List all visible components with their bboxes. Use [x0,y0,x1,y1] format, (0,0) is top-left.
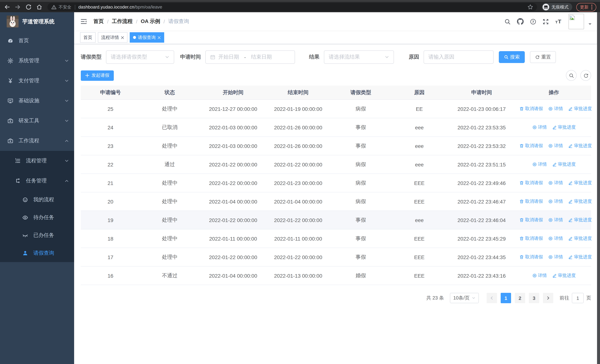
start-date-input[interactable]: 开始日期 [218,54,239,60]
cancel-leave-link[interactable]: 取消请假 [519,254,543,260]
close-icon[interactable] [121,36,124,39]
url-host: dashboard.yudao.iocoder.cn [78,4,134,10]
reason-input[interactable]: 请输入原因 [424,50,494,64]
fullscreen-icon[interactable] [543,18,549,25]
detail-link[interactable]: 详情 [532,272,547,279]
detail-link[interactable]: 详情 [532,161,547,167]
close-icon[interactable] [158,36,161,39]
result-select[interactable]: 请选择流结果 [324,50,394,64]
apply-time-range-picker[interactable]: 开始日期 - 结束日期 [205,50,295,64]
end-date-input[interactable]: 结束日期 [251,54,272,60]
page-button[interactable]: 2 [515,293,525,303]
toggle-search-button[interactable] [566,70,577,81]
approval-progress-link[interactable]: 审批进度 [552,272,576,279]
browser-home-icon[interactable] [36,4,43,10]
reset-button[interactable]: 重置 [530,51,556,63]
page-size-select[interactable]: 10条/页 [450,293,479,303]
sidebar-item[interactable]: 待办任务 [0,209,74,226]
tree-icon [15,178,21,184]
table-cell: 2021-12-27 00:00:00 [199,100,267,118]
sidebar-item[interactable]: 基础设施 [0,91,74,111]
approval-progress-link[interactable]: 审批进度 [568,198,592,205]
tab-active[interactable]: 请假查询 [130,32,164,43]
cancel-leave-link[interactable]: 取消请假 [519,198,543,205]
breadcrumb-item: 请假查询 [168,18,189,25]
sidebar-item[interactable]: 系统管理 [0,51,74,71]
search-icon[interactable] [504,18,511,25]
cancel-leave-link[interactable]: 取消请假 [519,180,543,186]
cancel-leave-link[interactable]: 取消请假 [519,142,543,149]
approval-progress-link[interactable]: 审批进度 [552,124,576,130]
sidebar-item[interactable]: 已办任务 [0,226,74,244]
sidebar-item[interactable]: 工作流程 [0,131,74,151]
sidebar-item[interactable]: 支付管理 [0,71,74,91]
bookmark-star-icon[interactable] [527,4,533,10]
tab-label: 流程详情 [101,34,119,41]
github-icon[interactable] [517,18,524,25]
detail-link[interactable]: 详情 [548,235,563,242]
approval-progress-link[interactable]: 审批进度 [568,254,592,260]
leave-type-select[interactable]: 请选择请假类型 [106,50,174,64]
next-page-button[interactable] [543,293,553,303]
security-label[interactable]: 不安全 [58,4,71,10]
prev-page-button[interactable] [487,293,497,303]
create-leave-button[interactable]: 发起请假 [81,70,114,81]
monitor-icon [7,98,13,104]
approval-progress-link[interactable]: 审批进度 [568,180,592,186]
breadcrumb-item[interactable]: 首页 [94,18,104,25]
detail-link[interactable]: 详情 [548,142,563,149]
detail-link[interactable]: 详情 [548,105,563,112]
sidebar-collapse-icon[interactable] [80,18,87,25]
table-cell: 事假 [329,211,392,229]
browser-menu-icon[interactable] [591,4,593,10]
sidebar-item[interactable]: 研发工具 [0,111,74,131]
detail-link[interactable]: 详情 [548,180,563,186]
leave-type-label: 请假类型 [81,54,102,60]
browser-forward-icon[interactable] [14,4,21,10]
table-cell: 病假 [329,192,392,211]
search-button[interactable]: 搜索 [499,51,525,63]
sidebar-item-label: 我的流程 [33,196,69,203]
chevron-down [65,99,69,103]
sidebar-item[interactable]: 请假查询 [0,244,74,262]
breadcrumb-item[interactable]: OA 示例 [141,18,160,25]
detail-link[interactable]: 详情 [548,254,563,260]
browser-back-icon[interactable] [4,4,10,10]
detail-link[interactable]: 详情 [548,217,563,223]
font-size-icon[interactable]: TT [555,19,562,24]
address-bar[interactable]: 不安全 dashboard.yudao.iocoder.cn /bpm/oa/l… [47,3,537,11]
tab-item[interactable]: 首页 [80,32,96,43]
help-icon[interactable]: ? [530,18,536,25]
avatar[interactable] [569,14,584,29]
breadcrumb-item[interactable]: 工作流程 [112,18,133,25]
cancel-leave-link[interactable]: 取消请假 [519,235,543,242]
approval-progress-link[interactable]: 审批进度 [568,105,592,112]
table-cell: 2022-01-04 00:00:00 [199,266,267,285]
table-cell: 处理中 [140,100,199,118]
detail-link[interactable]: 详情 [548,198,563,205]
approval-progress-link[interactable]: 审批进度 [568,217,592,223]
browser-scrollbar[interactable] [597,12,600,364]
sidebar-item[interactable]: 首页 [0,31,74,51]
browser-reload-icon[interactable] [25,4,32,10]
sidebar-item[interactable]: 我的流程 [0,191,74,209]
approval-progress-link[interactable]: 审批进度 [568,235,592,242]
app-logo[interactable]: 芋道管理系统 [0,12,74,31]
table-cell: 病假 [329,174,392,192]
column-header: 申请编号 [81,86,140,100]
sidebar-item[interactable]: 任务管理 [0,171,74,191]
cancel-leave-link[interactable]: 取消请假 [519,105,543,112]
approval-progress-link[interactable]: 审批进度 [568,142,592,149]
cancel-leave-link[interactable]: 取消请假 [519,217,543,223]
browser-update-button[interactable]: 更新 [576,3,596,11]
detail-link[interactable]: 详情 [532,124,547,130]
table-cell: 22 [81,155,140,174]
approval-progress-link[interactable]: 审批进度 [552,161,576,167]
avatar-caret-icon[interactable] [588,22,592,26]
refresh-table-button[interactable] [580,70,591,81]
tab-item[interactable]: 流程详情 [98,32,128,43]
page-button[interactable]: 1 [501,293,511,303]
jump-page-input[interactable]: 1 [572,293,584,303]
sidebar-item[interactable]: 流程管理 [0,151,74,171]
page-button[interactable]: 3 [529,293,539,303]
